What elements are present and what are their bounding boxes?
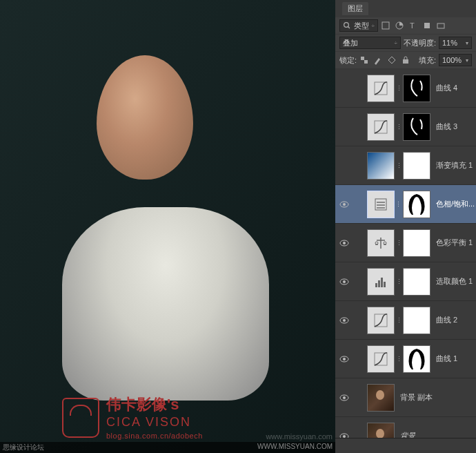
chevron-down-icon: ▾ (466, 40, 468, 46)
blend-mode-dropdown[interactable]: 叠加 ÷ (339, 37, 401, 49)
svg-point-35 (343, 396, 346, 399)
filter-type-icon[interactable]: T (408, 21, 418, 30)
visibility-toggle[interactable] (339, 278, 349, 285)
panel-tab-bar: 图层 (335, 0, 476, 17)
svg-point-23 (343, 280, 346, 283)
svg-rect-7 (361, 57, 364, 60)
adjustment-thumbnail[interactable] (367, 268, 395, 296)
layer-row[interactable]: 背景 副本 (335, 378, 476, 417)
chevron-down-icon: ▾ (466, 57, 468, 64)
mask-thumbnail[interactable] (403, 75, 430, 102)
layer-row[interactable]: 🔒背景 (335, 417, 476, 438)
watermark-line2: CICA VISON (106, 414, 203, 430)
layer-thumbnail[interactable]: 🔒 (367, 423, 395, 438)
layer-name[interactable]: 选取颜色 1 (436, 276, 473, 287)
layer-row[interactable]: ⋮曲线 1 (335, 340, 476, 378)
visibility-toggle[interactable] (339, 124, 349, 131)
footer-left: 思缘设计论坛 (3, 443, 44, 452)
lock-position-icon[interactable] (387, 55, 397, 65)
lock-transparency-icon[interactable] (359, 55, 369, 65)
layer-row[interactable]: ⋮色相/饱和... (335, 185, 476, 224)
layer-name[interactable]: 曲线 2 (436, 315, 457, 325)
visibility-toggle[interactable] (339, 85, 349, 92)
filter-smart-icon[interactable] (436, 21, 446, 30)
mask-thumbnail[interactable] (403, 113, 430, 141)
svg-rect-15 (377, 202, 385, 203)
svg-point-19 (343, 242, 346, 244)
layer-name[interactable]: 曲线 4 (436, 83, 457, 93)
layer-name[interactable]: 色彩平衡 1 (436, 238, 473, 248)
svg-point-32 (343, 358, 346, 360)
filter-pixel-icon[interactable] (381, 21, 390, 30)
layer-row[interactable]: ⋮曲线 3 (335, 108, 476, 146)
adjustment-thumbnail[interactable] (367, 229, 395, 257)
mask-link-icon[interactable]: ⋮ (396, 122, 401, 132)
layer-list[interactable]: ⋮曲线 4⋮曲线 3⋮渐变填充 1⋮色相/饱和...⋮色彩平衡 1⋮选取颜色 1… (335, 69, 476, 438)
visibility-toggle[interactable] (339, 201, 349, 208)
layer-name[interactable]: 色相/饱和... (436, 199, 475, 209)
svg-point-29 (343, 319, 346, 322)
layer-name[interactable]: 渐变填充 1 (436, 160, 473, 171)
svg-line-1 (348, 27, 349, 28)
mask-thumbnail[interactable] (403, 345, 430, 373)
footer-right: WWW.MISSYUAN.COM (257, 443, 333, 452)
filter-type-dropdown[interactable]: 类型 ÷ (339, 19, 378, 32)
mask-thumbnail[interactable] (403, 307, 430, 334)
filter-shape-icon[interactable] (422, 21, 432, 30)
canvas-area: 伟卡影像's CICA VISON blog.sina.com.cn/adobe… (0, 0, 335, 453)
watermark: 伟卡影像's CICA VISON blog.sina.com.cn/adobe… (62, 395, 203, 441)
adjustment-thumbnail[interactable] (367, 191, 395, 218)
layer-row[interactable]: ⋮曲线 4 (335, 69, 476, 108)
svg-rect-33 (375, 353, 387, 365)
fill-input[interactable]: 100% ▾ (439, 54, 472, 66)
svg-rect-9 (403, 59, 408, 64)
adjustment-thumbnail[interactable] (367, 113, 395, 141)
layers-tab[interactable]: 图层 (342, 2, 368, 15)
mask-thumbnail[interactable] (403, 229, 430, 257)
layer-row[interactable]: ⋮曲线 2 (335, 301, 476, 340)
mask-link-icon[interactable]: ⋮ (396, 200, 401, 209)
layer-row[interactable]: ⋮选取颜色 1 (335, 262, 476, 301)
chevron-down-icon: ÷ (395, 40, 397, 46)
lock-all-icon[interactable] (401, 55, 410, 65)
visibility-toggle[interactable] (339, 240, 349, 247)
visibility-toggle[interactable] (339, 317, 349, 324)
layer-name[interactable]: 曲线 1 (436, 354, 457, 364)
gradient-thumbnail[interactable] (367, 152, 395, 180)
adjustment-thumbnail[interactable] (367, 75, 395, 102)
visibility-toggle[interactable] (339, 394, 349, 401)
layer-row[interactable]: ⋮渐变填充 1 (335, 146, 476, 185)
mask-link-icon[interactable]: ⋮ (396, 316, 401, 325)
visibility-toggle[interactable] (339, 356, 349, 363)
svg-text:T: T (410, 21, 415, 30)
mask-link-icon[interactable]: ⋮ (396, 238, 401, 248)
portrait-image (0, 0, 335, 453)
opacity-input[interactable]: 11% ▾ (439, 37, 472, 49)
lock-pixels-icon[interactable] (373, 55, 383, 65)
adjustment-thumbnail[interactable] (367, 345, 395, 373)
layer-row[interactable]: ⋮色彩平衡 1 (335, 224, 476, 262)
mask-thumbnail[interactable] (403, 191, 430, 218)
layer-name[interactable]: 曲线 3 (436, 122, 457, 132)
svg-rect-16 (377, 204, 385, 206)
mask-thumbnail[interactable] (403, 152, 430, 180)
mask-link-icon[interactable]: ⋮ (396, 277, 401, 287)
mask-link-icon[interactable]: ⋮ (396, 161, 401, 171)
layer-name[interactable]: 背景 副本 (400, 392, 433, 403)
lock-label: 锁定: (339, 55, 357, 66)
url-watermark: www.missyuan.com (266, 432, 333, 441)
svg-rect-17 (377, 207, 385, 209)
svg-rect-5 (424, 23, 430, 28)
svg-point-13 (343, 203, 346, 206)
svg-rect-6 (437, 23, 444, 28)
mask-link-icon[interactable]: ⋮ (396, 354, 401, 364)
adjustment-thumbnail[interactable] (367, 307, 395, 334)
visibility-toggle[interactable] (339, 433, 349, 438)
layer-thumbnail[interactable] (367, 384, 395, 412)
filter-adjust-icon[interactable] (395, 21, 404, 30)
svg-rect-10 (375, 82, 387, 95)
visibility-toggle[interactable] (339, 162, 349, 169)
layer-name[interactable]: 背景 (400, 431, 415, 438)
mask-thumbnail[interactable] (403, 268, 430, 296)
mask-link-icon[interactable]: ⋮ (396, 84, 401, 93)
